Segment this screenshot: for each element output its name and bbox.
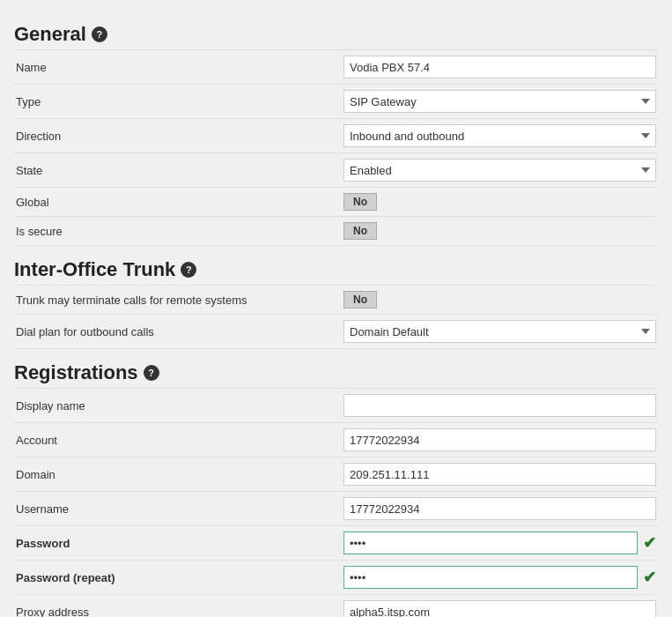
is-secure-row: Is secure No — [14, 217, 658, 246]
global-row: Global No — [14, 188, 658, 217]
proxy-address-cell — [340, 595, 658, 618]
registrations-title: Registrations ? — [14, 361, 658, 384]
state-label: State — [14, 153, 340, 188]
trunk-terminate-label: Trunk may terminate calls for remote sys… — [14, 286, 340, 315]
password-repeat-row: Password (repeat) ✔ — [14, 561, 658, 595]
password-repeat-input[interactable] — [343, 566, 638, 589]
domain-cell — [340, 457, 658, 492]
general-section: General ? — [14, 23, 658, 46]
username-cell — [340, 492, 658, 526]
proxy-address-row: Proxy address — [14, 595, 658, 618]
registrations-table: Display name Account Domain Username Pas… — [14, 388, 658, 617]
name-cell — [340, 50, 658, 85]
global-cell: No — [340, 188, 658, 217]
account-label: Account — [14, 423, 340, 457]
account-input[interactable] — [343, 428, 656, 451]
type-cell: SIP Gateway SIP Trunk SIP Provider — [340, 85, 658, 119]
general-title-text: General — [14, 23, 86, 46]
trunk-terminate-toggle[interactable]: No — [343, 291, 377, 308]
account-row: Account — [14, 423, 658, 457]
dial-plan-label: Dial plan for outbound calls — [14, 315, 340, 349]
display-name-label: Display name — [14, 389, 340, 423]
trunk-terminate-no-btn[interactable]: No — [344, 292, 376, 308]
registrations-section: Registrations ? — [14, 361, 658, 384]
name-label: Name — [14, 50, 340, 85]
name-row: Name — [14, 50, 658, 85]
domain-label: Domain — [14, 457, 340, 492]
interoffice-help-icon[interactable]: ? — [181, 262, 196, 278]
global-toggle[interactable]: No — [343, 193, 377, 211]
dial-plan-row: Dial plan for outbound calls Domain Defa… — [14, 315, 658, 349]
display-name-input[interactable] — [343, 394, 656, 417]
username-row: Username — [14, 492, 658, 526]
password-repeat-valid-icon: ✔ — [643, 568, 656, 587]
proxy-address-input[interactable] — [343, 600, 656, 617]
registrations-title-text: Registrations — [14, 361, 138, 384]
general-table: Name Type SIP Gateway SIP Trunk SIP Prov… — [14, 49, 658, 246]
password-row: Password ✔ — [14, 526, 658, 561]
password-repeat-field-wrapper: ✔ — [343, 566, 656, 589]
type-row: Type SIP Gateway SIP Trunk SIP Provider — [14, 85, 658, 119]
account-cell — [340, 423, 658, 457]
type-select[interactable]: SIP Gateway SIP Trunk SIP Provider — [343, 90, 656, 113]
state-cell: Enabled Disabled — [340, 153, 658, 188]
name-input[interactable] — [343, 56, 656, 78]
password-repeat-label: Password (repeat) — [14, 561, 340, 595]
registrations-help-icon[interactable]: ? — [144, 365, 159, 381]
trunk-terminate-row: Trunk may terminate calls for remote sys… — [14, 286, 658, 315]
is-secure-cell: No — [340, 217, 658, 246]
password-field-wrapper: ✔ — [343, 532, 656, 554]
state-row: State Enabled Disabled — [14, 153, 658, 188]
is-secure-toggle[interactable]: No — [343, 222, 377, 240]
direction-label: Direction — [14, 119, 340, 153]
proxy-address-label: Proxy address — [14, 595, 340, 618]
is-secure-no-btn[interactable]: No — [344, 223, 376, 239]
state-select[interactable]: Enabled Disabled — [343, 159, 656, 182]
domain-row: Domain — [14, 457, 658, 492]
display-name-row: Display name — [14, 389, 658, 423]
password-valid-icon: ✔ — [643, 533, 656, 553]
direction-select[interactable]: Inbound and outbound Inbound only Outbou… — [343, 124, 656, 147]
is-secure-label: Is secure — [14, 217, 340, 246]
password-input[interactable] — [343, 532, 638, 554]
general-help-icon[interactable]: ? — [92, 26, 107, 42]
page-container: General ? Name Type SIP Gateway SIP Trun… — [0, 0, 672, 617]
password-repeat-cell: ✔ — [340, 561, 658, 595]
dial-plan-cell: Domain Default Custom — [340, 315, 658, 349]
username-label: Username — [14, 492, 340, 526]
interoffice-section: Inter-Office Trunk ? — [14, 258, 658, 281]
interoffice-title-text: Inter-Office Trunk — [14, 258, 175, 281]
display-name-cell — [340, 389, 658, 423]
interoffice-title: Inter-Office Trunk ? — [14, 258, 658, 281]
username-input[interactable] — [343, 497, 656, 520]
password-cell: ✔ — [340, 526, 658, 561]
interoffice-table: Trunk may terminate calls for remote sys… — [14, 285, 658, 349]
global-label: Global — [14, 188, 340, 217]
direction-cell: Inbound and outbound Inbound only Outbou… — [340, 119, 658, 153]
direction-row: Direction Inbound and outbound Inbound o… — [14, 119, 658, 153]
global-no-btn[interactable]: No — [344, 194, 376, 210]
domain-input[interactable] — [343, 463, 656, 486]
dial-plan-select[interactable]: Domain Default Custom — [343, 320, 656, 343]
password-label: Password — [14, 526, 340, 561]
general-title: General ? — [14, 23, 658, 46]
trunk-terminate-cell: No — [340, 286, 658, 315]
type-label: Type — [14, 85, 340, 119]
